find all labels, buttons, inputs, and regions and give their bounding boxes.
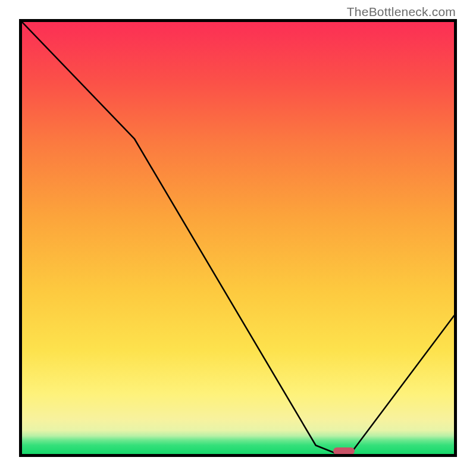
chart-frame xyxy=(19,19,457,457)
bottleneck-curve xyxy=(22,22,454,454)
curve-path xyxy=(22,22,454,454)
optimal-marker xyxy=(333,447,355,455)
watermark-text: TheBottleneck.com xyxy=(347,5,456,19)
